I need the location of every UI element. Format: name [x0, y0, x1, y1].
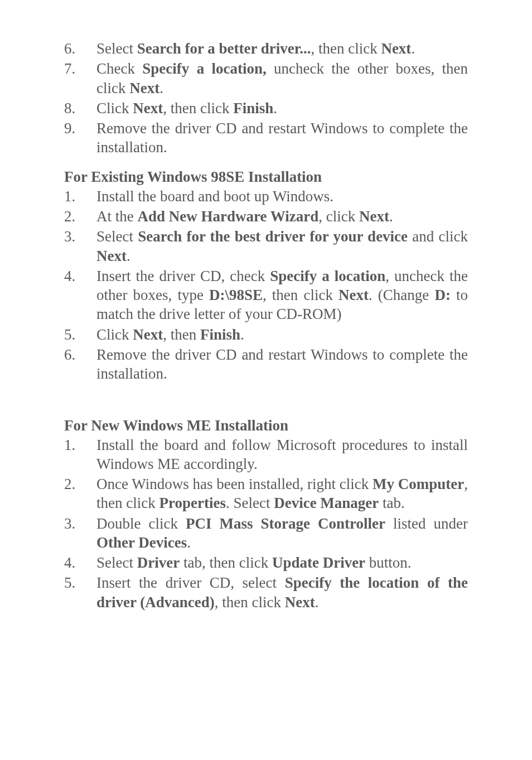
item-text: Once Windows has been installed, right c… — [96, 475, 468, 513]
list-item: 5. Insert the driver CD, select Specify … — [64, 573, 468, 612]
item-text: Install the board and boot up Windows. — [96, 187, 468, 206]
document-page: 6. Select Search for a better driver...,… — [0, 0, 532, 760]
item-number: 6. — [64, 39, 96, 58]
item-text: At the Add New Hardware Wizard, click Ne… — [96, 207, 468, 226]
list-item: 1. Install the board and boot up Windows… — [64, 187, 468, 206]
item-text: Remove the driver CD and restart Windows… — [96, 345, 468, 384]
list-item: 5. Click Next, then Finish. — [64, 325, 468, 344]
item-text: Double click PCI Mass Storage Controller… — [96, 514, 468, 553]
item-text: Insert the driver CD, check Specify a lo… — [96, 267, 468, 324]
item-number: 5. — [64, 325, 96, 344]
item-number: 1. — [64, 187, 96, 206]
list-item: 4. Select Driver tab, then click Update … — [64, 553, 468, 572]
section-heading-me: For New Windows ME Installation — [64, 417, 468, 434]
instruction-list-me: 1. Install the board and follow Microsof… — [64, 435, 468, 612]
item-text: Click Next, then Finish. — [96, 325, 468, 344]
item-text: Select Driver tab, then click Update Dri… — [96, 553, 468, 572]
instruction-list-98se: 1. Install the board and boot up Windows… — [64, 187, 468, 384]
list-item: 8. Click Next, then click Finish. — [64, 99, 468, 118]
list-item: 1. Install the board and follow Microsof… — [64, 435, 468, 474]
section-gap — [64, 385, 468, 406]
item-text: Install the board and follow Microsoft p… — [96, 435, 468, 474]
item-number: 5. — [64, 573, 96, 612]
list-item: 6. Select Search for a better driver...,… — [64, 39, 468, 58]
list-item: 2. Once Windows has been installed, righ… — [64, 475, 468, 513]
item-number: 4. — [64, 553, 96, 572]
list-item: 7. Check Specify a location, uncheck the… — [64, 59, 468, 98]
list-item: 4. Insert the driver CD, check Specify a… — [64, 267, 468, 324]
item-text: Check Specify a location, uncheck the ot… — [96, 59, 468, 98]
item-text: Remove the driver CD and restart Windows… — [96, 119, 468, 157]
list-item: 2. At the Add New Hardware Wizard, click… — [64, 207, 468, 226]
item-text: Select Search for a better driver..., th… — [96, 39, 468, 58]
item-number: 2. — [64, 207, 96, 226]
item-text: Select Search for the best driver for yo… — [96, 227, 468, 265]
item-number: 3. — [64, 227, 96, 265]
item-number: 1. — [64, 435, 96, 474]
list-item: 6. Remove the driver CD and restart Wind… — [64, 345, 468, 384]
item-number: 2. — [64, 475, 96, 513]
item-number: 7. — [64, 59, 96, 98]
section-heading-98se: For Existing Windows 98SE Installation — [64, 168, 468, 186]
list-item: 3. Double click PCI Mass Storage Control… — [64, 514, 468, 553]
item-number: 8. — [64, 99, 96, 118]
list-item: 9. Remove the driver CD and restart Wind… — [64, 119, 468, 157]
item-text: Insert the driver CD, select Specify the… — [96, 573, 468, 612]
item-number: 4. — [64, 267, 96, 324]
list-item: 3. Select Search for the best driver for… — [64, 227, 468, 265]
item-number: 6. — [64, 345, 96, 384]
item-text: Click Next, then click Finish. — [96, 99, 468, 118]
item-number: 3. — [64, 514, 96, 553]
item-number: 9. — [64, 119, 96, 157]
instruction-list-continued: 6. Select Search for a better driver...,… — [64, 39, 468, 157]
